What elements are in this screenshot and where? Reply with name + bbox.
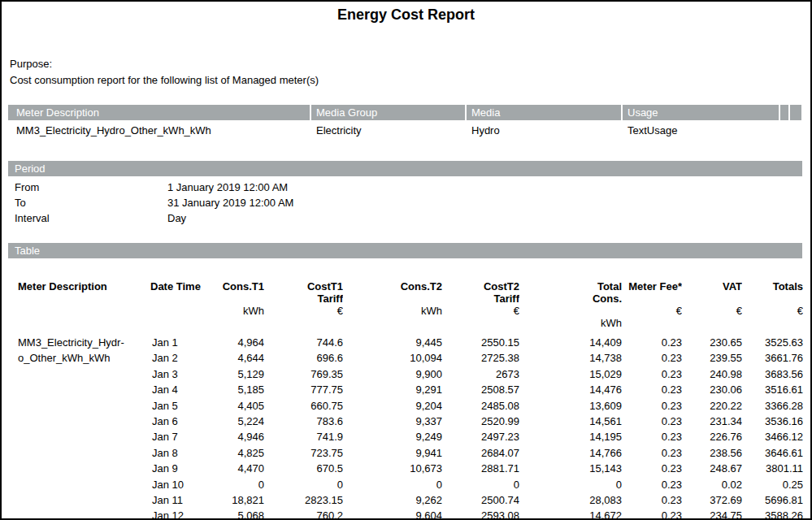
cell-date-time: Jan 6 bbox=[150, 414, 209, 429]
cell-date-time: Jan 3 bbox=[150, 366, 209, 382]
cell-vat: 230.06 bbox=[682, 382, 742, 397]
cost-table: Meter Description Date Time Cons.T1 Cost… bbox=[18, 280, 803, 520]
cell-cons-t2: 0 bbox=[343, 477, 442, 492]
cell-date-time: Jan 1 bbox=[150, 335, 209, 350]
cell-cons-t1: 4,825 bbox=[209, 445, 264, 461]
period-from-label: From bbox=[15, 180, 39, 195]
cell-meter-fee: 0.23 bbox=[622, 508, 682, 520]
cell-cost-t2: 2508.57 bbox=[442, 382, 519, 397]
cell-cons-t2: 9,337 bbox=[343, 414, 442, 429]
period-to-value: 31 January 2019 12:00 AM bbox=[167, 195, 293, 210]
cell-cost-t2: 2593.08 bbox=[442, 508, 519, 520]
cell-vat: 240.98 bbox=[682, 366, 742, 382]
cell-total-cons: 15,143 bbox=[519, 461, 622, 476]
cell-total-cons: 28,083 bbox=[519, 492, 622, 508]
cell-cost-t2: 0 bbox=[442, 477, 519, 492]
cell-cons-t1: 4,470 bbox=[209, 461, 264, 476]
usage-value: TextUsage bbox=[623, 123, 779, 138]
cell-totals: 3536.16 bbox=[742, 414, 803, 429]
cell-cons-t2: 9,604 bbox=[343, 508, 442, 520]
cell-cost-t2: 2673 bbox=[442, 366, 519, 382]
cell-cost-t2: 2881.71 bbox=[442, 461, 519, 476]
cell-meter-fee: 0.23 bbox=[622, 335, 682, 350]
period-fields: From 1 January 2019 12:00 AM To 31 Janua… bbox=[2, 180, 810, 226]
cell-date-time: Jan 7 bbox=[150, 429, 209, 444]
cell-totals: 3525.63 bbox=[742, 335, 803, 350]
cell-cons-t2: 9,262 bbox=[343, 492, 442, 508]
cell-cost-t2: 2684.07 bbox=[442, 445, 519, 461]
col-header-cost-t2: CostT2 Tariff bbox=[442, 280, 519, 305]
col-header-cons-t1: Cons.T1 bbox=[209, 280, 264, 305]
cell-total-cons: 14,561 bbox=[519, 414, 622, 429]
cell-cons-t2: 10,673 bbox=[343, 461, 442, 476]
cell-total-cons: 14,766 bbox=[519, 445, 622, 461]
cell-totals: 3683.56 bbox=[742, 366, 803, 382]
period-to-label: To bbox=[15, 195, 26, 210]
cell-meter-fee: 0.23 bbox=[622, 429, 682, 444]
cell-cons-t2: 9,291 bbox=[343, 382, 442, 397]
cell-totals: 3661.76 bbox=[742, 350, 803, 366]
cell-totals: 3588.26 bbox=[742, 508, 803, 520]
cell-cons-t2: 9,445 bbox=[343, 335, 442, 350]
period-field-from: From 1 January 2019 12:00 AM bbox=[2, 180, 810, 195]
unit-cost-t1: € bbox=[264, 305, 343, 335]
cell-total-cons: 14,195 bbox=[519, 429, 622, 444]
unit-blank bbox=[18, 305, 150, 335]
cell-cost-t1: 760.2 bbox=[264, 508, 343, 520]
report-title: Energy Cost Report bbox=[2, 6, 810, 24]
media-group-value: Electricity bbox=[311, 123, 465, 138]
cost-table-header-row: Meter Description Date Time Cons.T1 Cost… bbox=[18, 280, 803, 305]
cell-meter-fee: 0.23 bbox=[622, 461, 682, 476]
cell-cost-t2: 2725.38 bbox=[442, 350, 519, 366]
cell-cons-t1: 18,821 bbox=[209, 492, 264, 508]
unit-total-cons: kWh bbox=[519, 305, 622, 335]
purpose-label: Purpose: bbox=[10, 58, 52, 70]
cell-cons-t1: 4,946 bbox=[209, 429, 264, 444]
cell-date-time: Jan 2 bbox=[150, 350, 209, 366]
cell-vat: 230.65 bbox=[682, 335, 742, 350]
col-header-cost-t1: CostT1 Tariff bbox=[264, 280, 343, 305]
cell-totals: 3646.61 bbox=[742, 445, 803, 461]
col-header-cons-t2: Cons.T2 bbox=[343, 280, 442, 305]
cell-cons-t1: 4,644 bbox=[209, 350, 264, 366]
cell-cons-t2: 9,900 bbox=[343, 366, 442, 382]
cell-total-cons: 0 bbox=[519, 477, 622, 492]
cell-totals: 3466.12 bbox=[742, 429, 803, 444]
cell-cons-t1: 5,129 bbox=[209, 366, 264, 382]
col-header-meter-description: Meter Description bbox=[18, 280, 150, 305]
cell-cons-t1: 4,964 bbox=[209, 335, 264, 350]
cell-cost-t2: 2520.99 bbox=[442, 414, 519, 429]
cell-total-cons: 14,409 bbox=[519, 335, 622, 350]
col-header-meter-fee: Meter Fee* bbox=[622, 280, 682, 305]
meter-table-header: Meter Description Media Group Media Usag… bbox=[8, 105, 802, 120]
cell-cons-t1: 4,405 bbox=[209, 398, 264, 414]
meter-header-spacer-cell bbox=[790, 105, 801, 120]
period-interval-value: Day bbox=[167, 210, 186, 226]
cell-cost-t2: 2500.74 bbox=[442, 492, 519, 508]
unit-cost-t2: € bbox=[442, 305, 519, 335]
cell-vat: 248.67 bbox=[682, 461, 742, 476]
cell-cost-t1: 696.6 bbox=[264, 350, 343, 366]
cell-total-cons: 14,738 bbox=[519, 350, 622, 366]
cell-totals: 0.25 bbox=[742, 477, 803, 492]
cell-cons-t1: 5,068 bbox=[209, 508, 264, 520]
period-field-interval: Interval Day bbox=[2, 210, 810, 226]
col-header-date-time: Date Time bbox=[150, 280, 209, 305]
period-interval-label: Interval bbox=[15, 210, 50, 226]
cell-meter-fee: 0.23 bbox=[622, 382, 682, 397]
cell-totals: 5696.81 bbox=[742, 492, 803, 508]
cell-total-cons: 15,029 bbox=[519, 366, 622, 382]
cell-date-time: Jan 11 bbox=[150, 492, 209, 508]
cell-meter-fee: 0.23 bbox=[622, 477, 682, 492]
cell-cost-t1: 0 bbox=[264, 477, 343, 492]
period-field-to: To 31 January 2019 12:00 AM bbox=[2, 195, 810, 210]
cell-meter-fee: 0.23 bbox=[622, 366, 682, 382]
cell-cons-t1: 0 bbox=[209, 477, 264, 492]
cell-date-time: Jan 8 bbox=[150, 445, 209, 461]
cell-cost-t1: 723.75 bbox=[264, 445, 343, 461]
cell-totals: 3516.61 bbox=[742, 382, 803, 397]
cell-vat: 372.69 bbox=[682, 492, 742, 508]
cell-meter-fee: 0.23 bbox=[622, 398, 682, 414]
cell-date-time: Jan 10 bbox=[150, 477, 209, 492]
meter-header-media-group: Media Group bbox=[311, 105, 465, 120]
